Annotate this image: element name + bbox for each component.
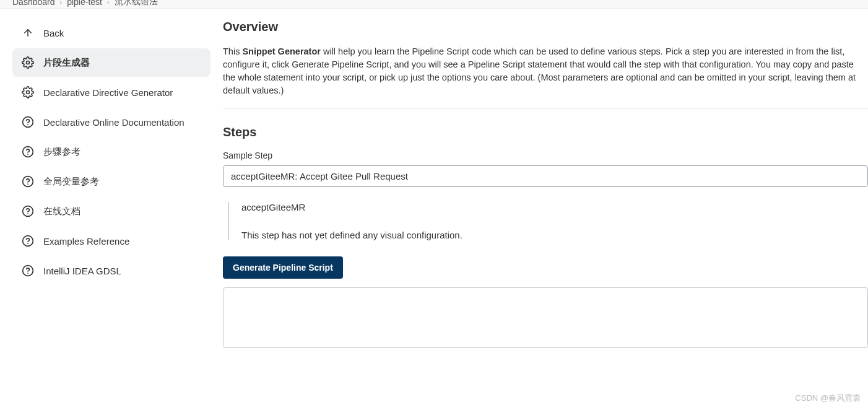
breadcrumb-item-piple-test[interactable]: piple-test <box>67 0 102 7</box>
chevron-right-icon: › <box>107 0 110 6</box>
sidebar-item-back[interactable]: Back <box>12 19 210 47</box>
divider <box>223 108 868 109</box>
breadcrumb-item-pipeline-syntax[interactable]: 流水线语法 <box>115 0 158 7</box>
gear-icon <box>21 56 35 69</box>
sidebar: Back 片段生成器 Declarative Directive Generat… <box>0 9 223 362</box>
pipeline-script-output[interactable] <box>223 287 868 348</box>
help-icon <box>21 234 35 248</box>
sidebar-item-intellij-idea-gdsl[interactable]: IntelliJ IDEA GDSL <box>12 256 210 285</box>
chevron-right-icon: › <box>60 0 63 6</box>
step-note-text: This step has not yet defined any visual… <box>241 230 868 240</box>
help-icon <box>21 204 35 218</box>
sidebar-item-label: Declarative Directive Generator <box>43 87 173 98</box>
main-content: Overview This Snippet Generator will hel… <box>223 9 868 362</box>
overview-heading: Overview <box>223 20 868 34</box>
generate-pipeline-script-button[interactable]: Generate Pipeline Script <box>223 256 343 279</box>
sidebar-item-declarative-online-documentation[interactable]: Declarative Online Documentation <box>12 108 210 136</box>
sidebar-item-label: Back <box>43 28 64 38</box>
sample-step-label: Sample Step <box>223 150 868 160</box>
sample-step-select[interactable]: acceptGiteeMR: Accept Gitee Pull Request <box>223 165 868 187</box>
svg-point-1 <box>27 61 30 64</box>
breadcrumb: Dashboard › piple-test › 流水线语法 <box>0 0 868 9</box>
help-icon <box>21 175 35 188</box>
sidebar-item-snippet-generator[interactable]: 片段生成器 <box>12 48 210 77</box>
sidebar-item-global-variable-reference[interactable]: 全局变量参考 <box>12 167 210 196</box>
svg-point-2 <box>27 91 30 94</box>
help-icon <box>21 115 35 129</box>
sidebar-item-label: 全局变量参考 <box>43 176 99 188</box>
steps-heading: Steps <box>223 125 868 139</box>
sidebar-item-label: Examples Reference <box>43 236 129 246</box>
sidebar-item-label: 步骤参考 <box>43 146 80 158</box>
watermark: CSDN @春风霓裳 <box>795 393 861 404</box>
sidebar-item-label: IntelliJ IDEA GDSL <box>43 266 121 276</box>
overview-text: This Snippet Generator will help you lea… <box>223 45 868 97</box>
step-detail-panel: acceptGiteeMR This step has not yet defi… <box>228 202 868 240</box>
sidebar-item-online-documentation[interactable]: 在线文档 <box>12 197 210 225</box>
sidebar-item-examples-reference[interactable]: Examples Reference <box>12 227 210 255</box>
step-name-text: acceptGiteeMR <box>241 202 868 212</box>
breadcrumb-item-dashboard[interactable]: Dashboard <box>12 0 55 7</box>
help-icon <box>21 264 35 277</box>
help-icon <box>21 145 35 159</box>
sidebar-item-declarative-directive-generator[interactable]: Declarative Directive Generator <box>12 78 210 107</box>
sidebar-item-label: Declarative Online Documentation <box>43 117 184 128</box>
sidebar-item-label: 片段生成器 <box>43 57 90 69</box>
gear-icon <box>21 85 35 99</box>
sidebar-item-step-reference[interactable]: 步骤参考 <box>12 137 210 166</box>
sidebar-item-label: 在线文档 <box>43 206 80 217</box>
arrow-up-icon <box>21 26 35 40</box>
